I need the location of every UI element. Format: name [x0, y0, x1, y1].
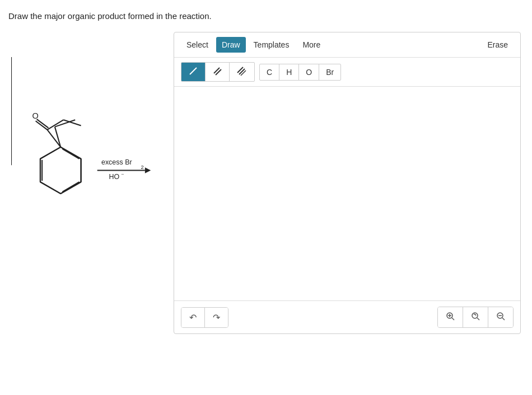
svg-line-13 [62, 149, 79, 159]
oxygen-button[interactable]: O [299, 64, 319, 80]
double-bond-button[interactable] [206, 63, 230, 81]
svg-text:2: 2 [141, 164, 144, 170]
svg-point-37 [472, 313, 478, 318]
more-button[interactable]: More [297, 37, 326, 53]
bromine-button[interactable]: Br [319, 64, 340, 80]
reaction-area: O excess Br 2 HO ⁻ [6, 32, 168, 211]
svg-line-14 [62, 182, 79, 192]
svg-text:O: O [32, 111, 38, 120]
svg-text:HO: HO [109, 173, 119, 181]
redo-button[interactable]: ↷ [205, 308, 228, 327]
zoom-reset-button[interactable] [463, 307, 488, 327]
draw-button[interactable]: Draw [216, 37, 246, 53]
hydrogen-button[interactable]: H [279, 64, 299, 80]
bottom-toolbar: ↶ ↷ [174, 300, 520, 333]
zoom-out-button[interactable] [488, 307, 513, 327]
svg-line-9 [60, 147, 81, 159]
svg-text:excess Br: excess Br [101, 158, 132, 166]
erase-button[interactable]: Erase [482, 37, 514, 53]
svg-line-6 [40, 182, 60, 194]
triple-bond-button[interactable] [230, 63, 254, 81]
single-bond-icon [188, 66, 198, 76]
select-button[interactable]: Select [181, 37, 214, 53]
svg-text:⁻: ⁻ [121, 172, 124, 178]
bond-group [181, 62, 255, 82]
drawing-panel: Select Draw Templates More Erase [174, 32, 521, 334]
carbon-button[interactable]: C [260, 64, 279, 80]
svg-line-40 [502, 318, 505, 320]
content-area: O excess Br 2 HO ⁻ Select Draw [6, 32, 521, 334]
svg-line-11 [60, 182, 81, 194]
zoom-out-icon [496, 312, 505, 321]
svg-line-38 [477, 318, 479, 320]
svg-line-27 [190, 68, 197, 74]
top-toolbar: Select Draw Templates More Erase [174, 32, 520, 58]
undo-button[interactable]: ↶ [181, 308, 205, 327]
svg-line-8 [40, 147, 60, 159]
double-bond-icon [212, 66, 222, 76]
zoom-group [437, 307, 514, 328]
svg-marker-0 [40, 147, 81, 194]
undo-redo-group: ↶ ↷ [181, 307, 228, 328]
svg-marker-22 [145, 167, 151, 173]
single-bond-button[interactable] [181, 63, 206, 81]
zoom-in-icon [446, 312, 455, 321]
svg-line-34 [452, 318, 454, 320]
triple-bond-icon [236, 66, 248, 76]
zoom-reset-icon [471, 312, 480, 321]
reaction-svg: O excess Br 2 HO ⁻ [11, 54, 162, 211]
zoom-in-button[interactable] [438, 307, 463, 327]
page-container: Draw the major organic product formed in… [0, 0, 532, 345]
drawing-canvas[interactable] [174, 87, 520, 300]
atom-group: C H O Br [259, 64, 341, 81]
question-text: Draw the major organic product formed in… [6, 11, 521, 21]
drawing-tools: C H O Br [174, 58, 520, 87]
templates-button[interactable]: Templates [248, 37, 295, 53]
